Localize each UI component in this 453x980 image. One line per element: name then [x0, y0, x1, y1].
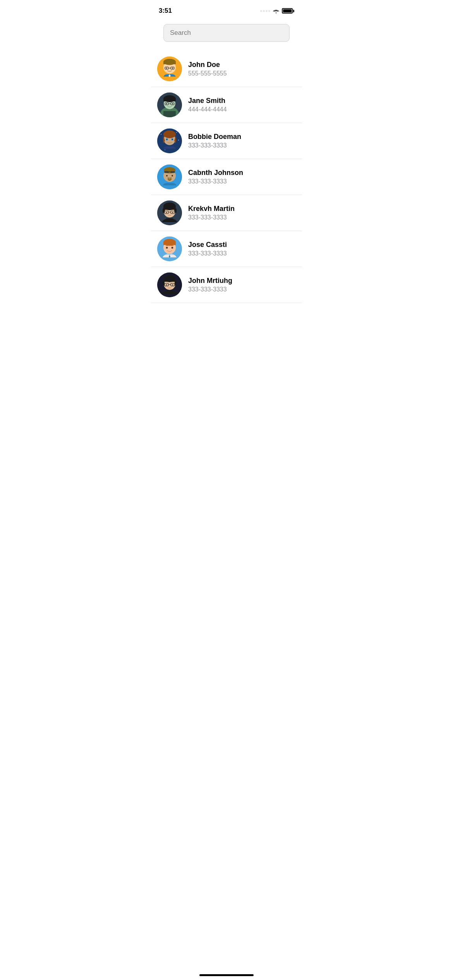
contact-phone: 333-333-3333 [188, 214, 296, 221]
svg-rect-57 [163, 242, 176, 245]
avatar [157, 236, 182, 261]
svg-rect-3 [163, 62, 176, 64]
avatar [157, 93, 182, 117]
svg-point-61 [172, 247, 173, 248]
avatar [157, 57, 182, 81]
svg-rect-13 [163, 99, 176, 101]
svg-point-23 [178, 140, 179, 140]
contact-info: Jose Cassti 333-333-3333 [188, 241, 296, 257]
list-item[interactable]: Jane Smith 444-444-4444 [151, 87, 302, 123]
svg-point-28 [166, 139, 168, 140]
signal-icon [260, 10, 270, 12]
svg-point-29 [172, 139, 173, 140]
svg-point-25 [163, 130, 176, 138]
contact-info: John Mrtiuhg 333-333-3333 [188, 277, 296, 293]
contact-phone: 333-333-3333 [188, 286, 296, 293]
svg-point-7 [166, 68, 167, 69]
list-item[interactable]: Cabnth Johnson 333-333-3333 [151, 159, 302, 195]
avatar [157, 200, 182, 225]
svg-point-37 [166, 175, 168, 176]
contact-phone: 333-333-3333 [188, 178, 296, 185]
svg-point-30 [164, 149, 166, 151]
svg-point-38 [172, 175, 173, 176]
avatar [157, 164, 182, 189]
svg-rect-74 [166, 291, 173, 293]
svg-rect-65 [164, 279, 175, 282]
list-item[interactable]: Jose Cassti 333-333-3333 [151, 231, 302, 267]
svg-point-22 [176, 132, 177, 133]
contact-list: John Doe 555-555-5555 [151, 51, 302, 303]
svg-point-60 [166, 247, 167, 248]
svg-rect-35 [170, 171, 175, 173]
contact-phone: 333-333-3333 [188, 142, 296, 149]
list-item[interactable]: Bobbie Doeman 333-333-3333 [151, 123, 302, 159]
contact-info: Jane Smith 444-444-4444 [188, 97, 296, 113]
svg-point-71 [166, 284, 167, 286]
svg-point-21 [161, 134, 161, 135]
avatar [157, 128, 182, 153]
svg-rect-44 [163, 207, 176, 210]
battery-icon [282, 8, 294, 14]
svg-point-18 [172, 103, 173, 105]
contact-name: Krekvh Martin [188, 205, 296, 213]
contact-name: Jose Cassti [188, 241, 296, 249]
list-item[interactable]: Krekvh Martin 333-333-3333 [151, 195, 302, 231]
status-bar: 3:51 [151, 0, 302, 19]
search-container[interactable] [163, 24, 290, 42]
wifi-icon [273, 8, 280, 14]
avatar [157, 272, 182, 297]
svg-point-50 [166, 212, 167, 213]
search-input[interactable] [170, 29, 283, 37]
contact-name: Cabnth Johnson [188, 169, 296, 177]
contact-name: John Mrtiuhg [188, 277, 296, 285]
contact-name: Jane Smith [188, 97, 296, 105]
status-time: 3:51 [159, 7, 172, 15]
svg-point-8 [172, 68, 173, 69]
status-icons [260, 8, 294, 14]
contact-phone: 555-555-5555 [188, 70, 296, 77]
svg-rect-53 [166, 218, 173, 221]
contact-name: John Doe [188, 61, 296, 69]
contact-info: John Doe 555-555-5555 [188, 61, 296, 77]
svg-rect-19 [163, 111, 176, 117]
contact-phone: 333-333-3333 [188, 250, 296, 257]
contact-phone: 444-444-4444 [188, 106, 296, 113]
svg-point-51 [172, 212, 173, 213]
svg-point-17 [166, 103, 167, 105]
contact-info: Krekvh Martin 333-333-3333 [188, 205, 296, 221]
contact-info: Cabnth Johnson 333-333-3333 [188, 169, 296, 185]
list-item[interactable]: John Doe 555-555-5555 [151, 51, 302, 87]
svg-point-72 [172, 284, 173, 286]
list-item[interactable]: John Mrtiuhg 333-333-3333 [151, 267, 302, 303]
contact-info: Bobbie Doeman 333-333-3333 [188, 133, 296, 149]
svg-rect-34 [164, 171, 169, 173]
contact-name: Bobbie Doeman [188, 133, 296, 141]
